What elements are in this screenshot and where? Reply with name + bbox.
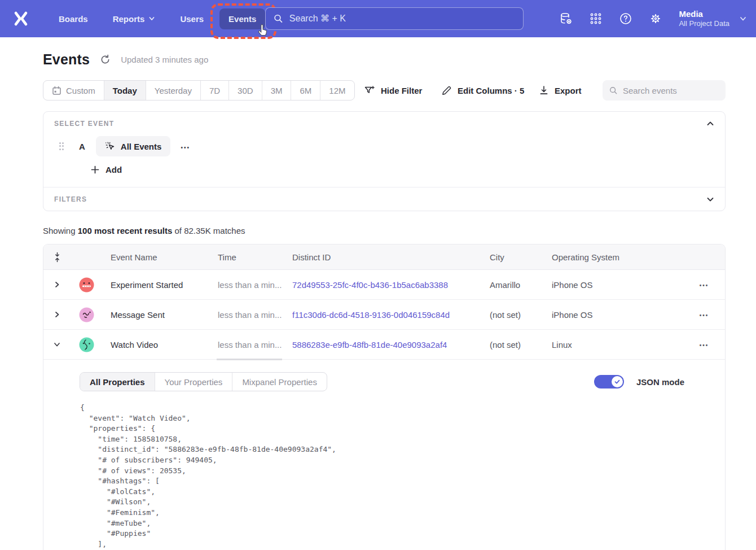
mixpanel-logo-icon[interactable]: [12, 10, 29, 27]
table-row[interactable]: Experiment Started less than a min... 72…: [43, 270, 725, 300]
column-header-city[interactable]: City: [490, 252, 552, 262]
date-range-selector: Custom Today Yesterday 7D 30D 3M 6M 12M: [43, 80, 355, 101]
properties-tabs: All Properties Your Properties Mixpanel …: [80, 372, 327, 391]
os-cell: Linux: [552, 340, 653, 350]
results-summary-prefix: Showing: [43, 226, 78, 235]
column-header-os[interactable]: Operating System: [552, 252, 653, 262]
add-event-label: Add: [106, 165, 122, 174]
collapse-chevron-up-icon[interactable]: [706, 119, 715, 128]
event-row-more-button[interactable]: [181, 142, 190, 151]
date-range-yesterday[interactable]: Yesterday: [146, 81, 201, 100]
row-menu-button[interactable]: [683, 280, 725, 290]
calendar-icon: [52, 86, 61, 95]
nav-item-boards[interactable]: Boards: [50, 8, 97, 29]
expand-chevron-right-icon[interactable]: [53, 311, 61, 318]
hide-filter-button[interactable]: Hide Filter: [364, 80, 422, 101]
date-range-custom[interactable]: Custom: [43, 81, 104, 100]
sort-icon[interactable]: [53, 252, 61, 263]
magic-cursor-icon: [105, 141, 116, 152]
export-label: Export: [555, 86, 582, 95]
event-row-letter: A: [79, 142, 85, 151]
tab-all-properties[interactable]: All Properties: [80, 373, 155, 391]
search-icon: [274, 14, 283, 24]
search-events-input[interactable]: [623, 86, 719, 95]
json-mode-toggle[interactable]: [594, 375, 624, 389]
date-range-7d[interactable]: 7D: [201, 81, 229, 100]
event-name-cell: Watch Video: [102, 340, 218, 350]
search-events-box[interactable]: [603, 80, 726, 101]
collapse-chevron-down-icon[interactable]: [53, 341, 61, 348]
nav-item-reports[interactable]: Reports: [104, 8, 165, 29]
date-range-12m-label: 12M: [329, 86, 345, 95]
export-button[interactable]: Export: [539, 80, 582, 101]
global-search[interactable]: [265, 7, 524, 30]
nav-items: Boards Reports Users Events: [50, 8, 272, 29]
column-header-time[interactable]: Time: [218, 252, 292, 262]
table-row[interactable]: Message Sent less than a min... f11c30d6…: [43, 300, 725, 330]
time-cell: less than a min...: [218, 340, 292, 350]
json-mode-control: JSON mode: [594, 375, 684, 389]
pencil-icon: [441, 85, 452, 96]
tab-your-properties[interactable]: Your Properties: [155, 373, 233, 391]
row-menu-button[interactable]: [683, 339, 725, 350]
filters-label: FILTERS: [54, 195, 87, 203]
filters-chevron-down-icon[interactable]: [706, 195, 715, 204]
global-search-input[interactable]: [289, 14, 515, 24]
os-cell: iPhone OS: [552, 310, 653, 320]
data-management-icon[interactable]: [559, 12, 573, 25]
refresh-icon[interactable]: [100, 54, 111, 65]
add-event-button[interactable]: Add: [91, 165, 122, 174]
distinct-id-link[interactable]: 5886283e-e9fb-48fb-81de-40e9093a2af4: [292, 340, 490, 350]
project-name: Media: [679, 9, 729, 20]
os-cell: iPhone OS: [552, 280, 653, 290]
check-icon: [614, 378, 621, 385]
column-header-event-name[interactable]: Event Name: [102, 252, 218, 262]
project-chevron-down-icon[interactable]: [739, 15, 747, 23]
row-menu-button[interactable]: [683, 309, 725, 320]
nav-item-reports-label: Reports: [113, 14, 145, 24]
drag-handle-icon[interactable]: [59, 142, 64, 150]
table-row-expanded[interactable]: Watch Video less than a min... 5886283e-…: [43, 330, 725, 360]
top-nav: Boards Reports Users Events: [0, 0, 756, 37]
city-cell: (not set): [490, 310, 552, 320]
results-summary-suffix: of 82.35K matches: [172, 226, 245, 235]
project-switcher[interactable]: Media All Project Data: [679, 9, 729, 29]
nav-right-cluster: Media All Project Data: [559, 0, 747, 37]
settings-gear-icon[interactable]: [649, 12, 662, 25]
event-query-row: A All Events: [59, 136, 190, 156]
date-range-today[interactable]: Today: [104, 81, 146, 100]
chevron-down-icon: [148, 15, 155, 22]
event-selector-label: All Events: [121, 142, 162, 151]
search-icon: [609, 86, 618, 95]
date-range-3m[interactable]: 3M: [262, 81, 292, 100]
nav-item-boards-label: Boards: [59, 14, 88, 24]
distinct-id-link[interactable]: f11c30d6-dc6d-4518-9136-0d046159c84d: [292, 310, 490, 320]
date-range-6m-label: 6M: [300, 86, 311, 95]
event-selector-button[interactable]: All Events: [96, 136, 171, 156]
event-json-view: { "event": "Watch Video", "properties": …: [80, 403, 725, 549]
date-range-6m[interactable]: 6M: [291, 81, 320, 100]
date-range-3m-label: 3M: [271, 86, 283, 95]
edit-columns-button[interactable]: Edit Columns · 5: [441, 80, 524, 101]
help-icon[interactable]: [619, 12, 632, 25]
json-mode-label: JSON mode: [636, 377, 684, 387]
date-range-custom-label: Custom: [66, 86, 95, 95]
user-avatar: [79, 337, 94, 352]
column-header-distinct-id[interactable]: Distinct ID: [292, 252, 490, 262]
date-range-30d[interactable]: 30D: [229, 81, 262, 100]
date-range-12m[interactable]: 12M: [320, 81, 354, 100]
date-range-today-label: Today: [113, 86, 137, 95]
results-summary: Showing 100 most recent results of 82.35…: [43, 226, 245, 235]
date-range-7d-label: 7D: [209, 86, 220, 95]
nav-item-users[interactable]: Users: [171, 8, 213, 29]
city-cell: Amarillo: [490, 280, 552, 290]
user-avatar: [79, 277, 94, 293]
expand-chevron-right-icon[interactable]: [53, 281, 61, 289]
tab-mixpanel-properties[interactable]: Mixpanel Properties: [232, 373, 327, 391]
distinct-id-link[interactable]: 72d49553-25fc-4f0c-b436-1b5ac6ab3388: [292, 280, 490, 290]
apps-grid-icon[interactable]: [589, 12, 603, 25]
nav-item-events[interactable]: Events: [219, 8, 265, 29]
table-header-row: Event Name Time Distinct ID City Operati…: [43, 245, 725, 270]
time-cell: less than a min...: [218, 280, 292, 290]
hide-filter-label: Hide Filter: [381, 86, 422, 95]
